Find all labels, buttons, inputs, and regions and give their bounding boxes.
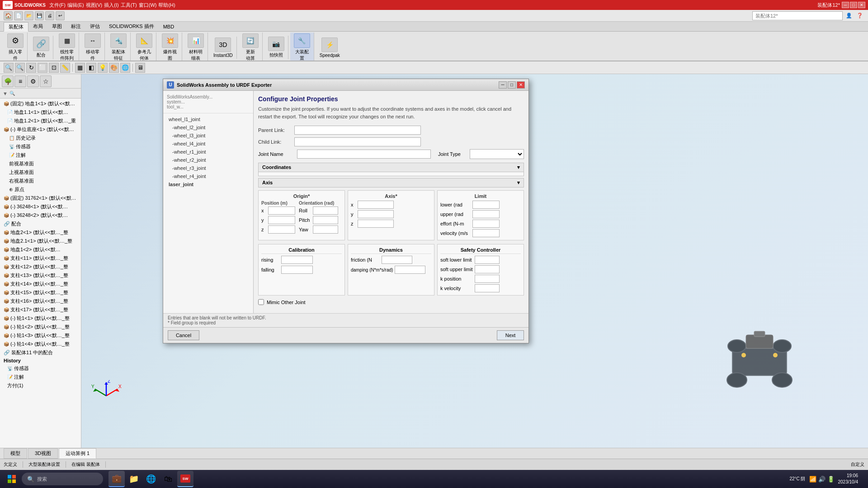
joint-item-wheel-l3[interactable]: -wheel_l3_joint [163, 131, 253, 140]
effort-input[interactable] [472, 220, 500, 228]
tree-item-sensor1[interactable]: 📡 传感器 [0, 142, 81, 151]
tree-item-pillar14[interactable]: 📦 支柱<14> (默认<<默…_整 [0, 280, 81, 288]
material-table-btn[interactable]: 📊 [188, 33, 204, 48]
lower-input[interactable] [472, 201, 500, 209]
tab-layout[interactable]: 布局 [28, 22, 47, 31]
axis-section-header[interactable]: Axis ▾ [258, 178, 524, 188]
tree-item-origin[interactable]: ⊕ 原点 [0, 185, 81, 194]
joint-item-wheel-r1[interactable]: -wheel_r1_joint [163, 148, 253, 156]
tab-mbd[interactable]: MBD [159, 23, 179, 30]
tab-model[interactable]: 模型 [4, 448, 27, 459]
k-velocity-input[interactable] [475, 284, 500, 292]
tree-item-pillar17[interactable]: 📦 支柱<17> (默认<<默…_整 [0, 305, 81, 314]
tree-item-wheel1-2[interactable]: 📦 (-) 轮1<2> (默认<<默…_整 [0, 323, 81, 331]
axis-y-input[interactable] [358, 210, 394, 218]
tree-item-annotation2[interactable]: 📝 注解 [0, 373, 81, 381]
friction-input[interactable] [382, 256, 412, 264]
menu-edit[interactable]: 编辑(E) [67, 2, 84, 9]
tree-item-chassis2-1-sub[interactable]: 📦 地盘2.1<1> (默认<<默…_整 [0, 237, 81, 245]
tree-item-chassis2-1[interactable]: 📦 地盘2<1> (默认<<默…_整 [0, 228, 81, 237]
tree-item-chassis1-2[interactable]: 📄 地盘1.2<1> (默认<<默…_重 [0, 117, 81, 125]
pos-z-input[interactable] [268, 225, 295, 234]
undo-btn[interactable]: ↩ [56, 11, 65, 20]
zoom-window-btn[interactable]: ⬜ [38, 63, 47, 73]
tray-volume-icon[interactable]: 🔊 [818, 476, 826, 483]
joint-item-laser[interactable]: laser_joint [163, 180, 253, 188]
rising-input[interactable] [281, 256, 313, 264]
tree-item-wheel1-4[interactable]: 📦 (-) 轮1<4> (默认<<默…_整 [0, 340, 81, 348]
tree-item-history2[interactable]: History [0, 357, 81, 364]
tray-network-icon[interactable]: 📶 [809, 476, 816, 483]
tree-item-base[interactable]: 📦 (-) 单位底座<1> (默认<<默… [0, 125, 81, 134]
tree-item-annotation1[interactable]: 📝 注解 [0, 151, 81, 160]
tree-item-36248-1[interactable]: 📦 (-) 36248<1> (默认<<默… [0, 202, 81, 211]
tree-item-pillar12[interactable]: 📦 支柱<12> (默认<<默…_整 [0, 263, 81, 271]
tab-dimension[interactable]: 标注 [66, 22, 85, 31]
tree-item-chassis1[interactable]: 📦 (固定) 地盘1<1> (默认<<默… [0, 99, 81, 108]
move-btn[interactable]: ↔ [85, 33, 101, 48]
monitor-btn[interactable]: 🖥 [135, 63, 145, 73]
dialog-maximize-btn[interactable]: □ [508, 81, 516, 89]
axis-x-input[interactable] [358, 201, 394, 209]
tree-item-mate[interactable]: 🔗 配合 [0, 220, 81, 228]
roll-input[interactable] [313, 206, 338, 215]
tree-item-pillar13[interactable]: 📦 支柱<13> (默认<<默…_整 [0, 271, 81, 280]
mimic-checkbox[interactable] [258, 299, 264, 305]
home-btn[interactable]: 🏠 [4, 11, 13, 20]
tree-item-sensor2[interactable]: 📡 传感器 [0, 364, 81, 373]
save-btn[interactable]: 💾 [35, 11, 44, 20]
tree-item-pillar15[interactable]: 📦 支柱<15> (默认<<默…_整 [0, 288, 81, 297]
next-button[interactable]: Next [497, 330, 524, 340]
config-icon[interactable]: ⚙ [27, 75, 39, 87]
pos-x-input[interactable] [268, 206, 295, 215]
new-btn[interactable]: 📄 [14, 11, 23, 20]
dialog-close-btn[interactable]: ✕ [517, 81, 525, 89]
coordinates-section-header[interactable]: Coordinates ▾ [258, 163, 524, 172]
taskbar-app-edge[interactable]: 🌐 [143, 471, 159, 487]
tree-item-31762[interactable]: 📦 (固定) 31762<1> (默认<<默… [0, 194, 81, 202]
joint-item-wheel-l1[interactable]: wheel_l1_joint [163, 115, 253, 123]
taskbar-app-store[interactable]: 🛍 [160, 471, 176, 487]
cancel-button[interactable]: Cancel [168, 330, 199, 340]
menu-view[interactable]: 视图(V) [86, 2, 103, 9]
rotate-btn[interactable]: ↻ [26, 63, 36, 73]
speedpak-btn[interactable]: ⚡ [321, 38, 338, 52]
close-btn[interactable]: ✕ [858, 2, 865, 8]
k-position-input[interactable] [475, 275, 500, 283]
joint-item-wheel-r4[interactable]: -wheel_r4_joint [163, 172, 253, 180]
scene-btn[interactable]: 🌐 [120, 63, 130, 73]
help-icon[interactable]: ❓ [855, 11, 864, 20]
pitch-input[interactable] [313, 216, 338, 224]
pan-btn[interactable]: 🔍 [15, 63, 25, 73]
print-btn[interactable]: 🖨 [45, 11, 54, 20]
upper-input[interactable] [472, 210, 500, 218]
taskbar-search[interactable]: 🔍 搜索 [22, 473, 103, 485]
joint-item-wheel-l2[interactable]: -wheel_l2_joint [163, 123, 253, 131]
tab-assembly[interactable]: 装配体 [4, 22, 28, 32]
child-link-input[interactable] [294, 137, 421, 146]
menu-window[interactable]: 窗口(W) [139, 2, 157, 9]
mate-btn[interactable]: 🔗 [33, 37, 49, 51]
update-btn[interactable]: 🔄 [242, 33, 259, 48]
show-desktop-btn[interactable] [862, 472, 864, 486]
pos-y-input[interactable] [268, 216, 295, 224]
insert-component-btn[interactable]: ⚙ [7, 33, 24, 48]
taskbar-app-solidworks[interactable]: SW [177, 471, 193, 487]
search-command-input[interactable] [752, 11, 843, 20]
axis-z-input[interactable] [358, 220, 394, 228]
large-assembly-btn[interactable]: 🔧 [294, 33, 310, 48]
joint-name-input[interactable] [297, 150, 431, 159]
linear-array-btn[interactable]: ▦ [59, 33, 75, 48]
viewport-3d[interactable]: X Y Z U SolidWorks Assembly to URDF Expo… [81, 74, 868, 448]
user-icon[interactable]: 👤 [844, 11, 854, 20]
section-view-btn[interactable]: ◧ [86, 63, 96, 73]
soft-lower-input[interactable] [475, 256, 500, 264]
tree-item-right-plane[interactable]: 右视基准面 [0, 177, 81, 185]
lighting-btn[interactable]: 💡 [98, 63, 108, 73]
zoom-all-btn[interactable]: ⊡ [49, 63, 59, 73]
tab-motion1[interactable]: 运动算例 1 [59, 448, 96, 459]
zoom-select-btn[interactable]: 🔍 [4, 63, 14, 73]
explode-btn[interactable]: 💥 [162, 33, 178, 48]
falling-input[interactable] [281, 266, 313, 274]
yaw-input[interactable] [313, 225, 338, 234]
